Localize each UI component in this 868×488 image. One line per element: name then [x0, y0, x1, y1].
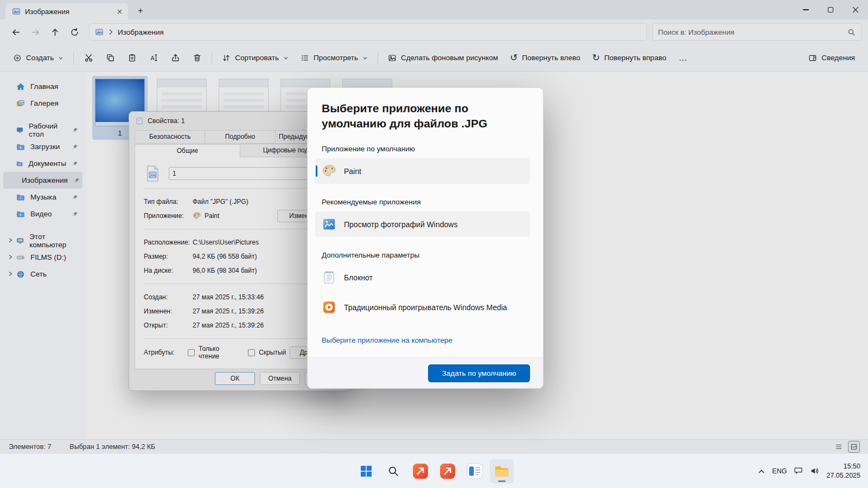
dialog-title: Выберите приложение по умолчанию для фай…	[322, 101, 513, 131]
tray-chevron-up-icon[interactable]	[758, 468, 765, 474]
screen: Изображения +	[0, 0, 868, 488]
taskbar: ENG 15:50 27.05.2025	[0, 453, 868, 488]
photo-viewer-icon	[322, 217, 336, 232]
dialog-footer: Задать по умолчанию	[308, 357, 543, 388]
default-app-row-paint[interactable]: Paint	[315, 158, 530, 184]
paint-icon	[322, 164, 336, 178]
app-name: Paint	[344, 167, 361, 176]
taskbar-search-button[interactable]	[381, 459, 405, 483]
orange-app-icon	[412, 463, 429, 479]
default-app-dialog-body: Выберите приложение по умолчанию для фай…	[308, 88, 543, 357]
folder-icon	[494, 463, 510, 479]
default-app-dialog: Выберите приложение по умолчанию для фай…	[307, 87, 544, 389]
clock[interactable]: 15:50 27.05.2025	[826, 462, 860, 480]
section-additional: Дополнительные параметры	[322, 251, 530, 259]
app-name: Блокнот	[344, 273, 373, 282]
blue-app-icon	[467, 463, 483, 479]
app-row-photo-viewer[interactable]: Просмотр фотографий Windows	[315, 211, 530, 237]
time: 15:50	[826, 462, 860, 471]
app-name: Просмотр фотографий Windows	[344, 220, 457, 229]
taskbar-center	[354, 459, 514, 483]
language-indicator[interactable]: ENG	[772, 467, 787, 475]
section-default-app: Приложение по умолчанию	[322, 145, 530, 153]
app-name: Традиционный проигрыватель Windows Media	[344, 303, 507, 312]
taskbar-app-orange-2[interactable]	[436, 459, 459, 483]
date: 27.05.2025	[826, 471, 860, 480]
search-icon	[387, 465, 399, 477]
tray-message-icon[interactable]	[794, 467, 803, 475]
taskbar-explorer-button[interactable]	[490, 459, 514, 483]
notepad-icon	[322, 270, 336, 285]
start-button[interactable]	[354, 459, 378, 483]
taskbar-app-orange-1[interactable]	[409, 459, 432, 483]
system-tray: ENG 15:50 27.05.2025	[758, 454, 860, 488]
browse-apps-link[interactable]: Выберите приложение на компьютере	[322, 336, 452, 344]
windows-logo-icon	[360, 465, 373, 478]
set-default-button[interactable]: Задать по умолчанию	[428, 364, 530, 382]
section-recommended: Рекомендуемые приложения	[322, 198, 530, 206]
media-player-icon	[322, 300, 336, 314]
orange-app-icon	[439, 463, 456, 479]
volume-icon[interactable]	[810, 467, 819, 475]
taskbar-app-blue[interactable]	[463, 459, 487, 483]
app-row-notepad[interactable]: Блокнот	[315, 265, 530, 290]
app-row-wmp[interactable]: Традиционный проигрыватель Windows Media	[315, 294, 530, 320]
